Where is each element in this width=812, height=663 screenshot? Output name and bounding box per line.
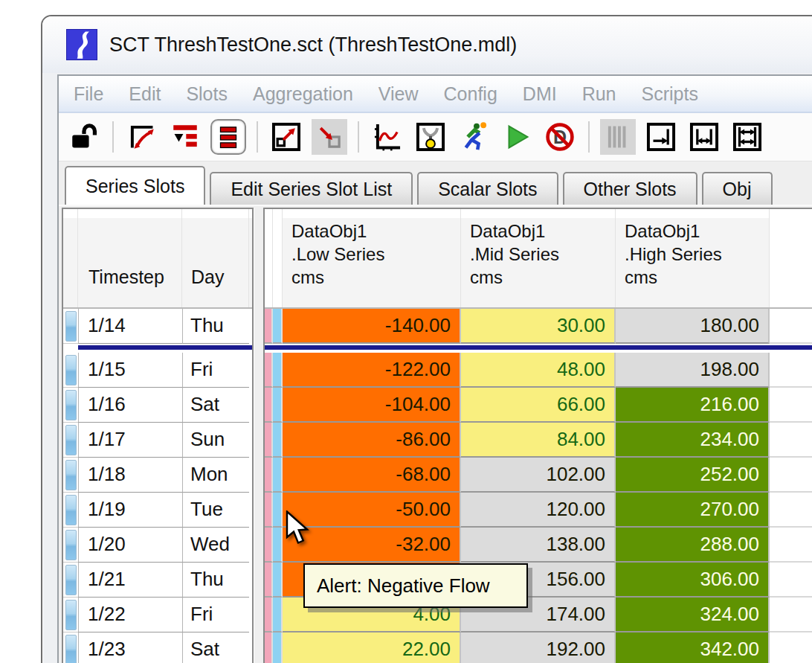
data-cell[interactable]: 306.00 [616, 563, 770, 598]
timestep-cell[interactable]: 1/23 [78, 632, 182, 663]
data-cell[interactable]: -86.00 [283, 423, 461, 458]
data-cell[interactable]: 120.00 [461, 493, 616, 528]
day-cell[interactable]: Sat [182, 388, 249, 423]
data-cell[interactable]: 288.00 [616, 528, 770, 563]
timestep-cell[interactable]: 1/15 [78, 353, 182, 388]
menu-item-dmi[interactable]: DMI [523, 83, 557, 105]
row-marker[interactable] [63, 563, 78, 598]
row-marker[interactable] [63, 632, 78, 663]
data-cell[interactable]: 48.00 [461, 353, 616, 388]
data-cell[interactable]: 270.00 [616, 493, 770, 528]
run-control-icon[interactable] [456, 119, 492, 155]
menu-item-edit[interactable]: Edit [129, 83, 161, 105]
data-cell[interactable]: 216.00 [616, 388, 770, 423]
column-header[interactable]: DataObj1.High Seriescms [616, 209, 770, 307]
tab-edit-series-slot-list[interactable]: Edit Series Slot List [210, 172, 413, 205]
day-cell[interactable]: Sun [182, 423, 249, 458]
fit-column-both-icon[interactable] [686, 119, 722, 155]
table-row[interactable]: -86.0084.00234.00 [265, 423, 812, 458]
table-row[interactable]: 1/21Thu [63, 563, 252, 598]
day-header[interactable]: Day [182, 209, 249, 307]
timestep-cell[interactable]: 1/14 [78, 309, 182, 344]
menu-item-run[interactable]: Run [582, 83, 616, 105]
data-cell[interactable]: -104.00 [283, 388, 461, 423]
data-cell[interactable]: 234.00 [616, 423, 770, 458]
data-cell[interactable]: 138.00 [461, 528, 616, 563]
menu-item-view[interactable]: View [378, 83, 419, 105]
data-cell[interactable]: 180.00 [616, 309, 770, 344]
table-row[interactable]: -122.0048.00198.00 [265, 353, 812, 388]
row-marker[interactable] [63, 388, 78, 423]
day-cell[interactable]: Wed [182, 528, 249, 563]
lock-open-icon[interactable] [66, 119, 102, 155]
menu-item-file[interactable]: File [74, 83, 103, 105]
table-row[interactable]: 1/18Mon [63, 458, 252, 493]
table-row[interactable]: -104.0066.00216.00 [265, 388, 812, 423]
row-marker[interactable] [63, 309, 78, 344]
data-cell[interactable]: 102.00 [461, 458, 616, 493]
table-row[interactable]: -32.00138.00288.00 [265, 528, 812, 563]
timestep-cell[interactable]: 1/18 [78, 458, 182, 493]
diagnostics-off-icon[interactable]: D [542, 119, 578, 155]
data-cell[interactable]: -122.00 [283, 353, 461, 388]
start-run-icon[interactable] [499, 119, 535, 155]
column-header[interactable]: DataObj1.Low Seriescms [283, 209, 461, 307]
fit-column-right-icon[interactable] [643, 119, 679, 155]
column-header[interactable]: DataObj1.Mid Seriescms [461, 209, 616, 307]
series-rows-icon[interactable] [210, 119, 246, 155]
day-cell[interactable]: Thu [182, 309, 249, 344]
menu-item-config[interactable]: Config [444, 83, 497, 105]
table-row[interactable]: 1/17Sun [63, 423, 252, 458]
table-row[interactable]: 1/14Thu [63, 309, 252, 344]
tab-obj[interactable]: Obj [702, 172, 773, 205]
table-row[interactable]: 1/16Sat [63, 388, 252, 423]
row-marker[interactable] [63, 493, 78, 528]
data-cell[interactable]: 22.00 [283, 632, 461, 663]
day-cell[interactable]: Tue [182, 493, 249, 528]
fit-all-columns-icon[interactable] [729, 119, 765, 155]
data-cell[interactable]: 192.00 [461, 632, 616, 663]
data-cell[interactable]: -68.00 [283, 458, 461, 493]
data-cell[interactable]: 324.00 [616, 598, 770, 632]
plot-icon[interactable] [370, 119, 405, 155]
day-cell[interactable]: Mon [182, 458, 249, 493]
timestep-cell[interactable]: 1/22 [78, 598, 182, 632]
row-marker[interactable] [63, 423, 78, 458]
day-cell[interactable]: Fri [182, 598, 249, 632]
table-row[interactable]: -68.00102.00252.00 [265, 458, 812, 493]
timestep-cell[interactable]: 1/17 [78, 423, 182, 458]
table-row[interactable]: 22.00192.00342.00 [265, 632, 812, 663]
timestep-cell[interactable]: 1/19 [78, 493, 182, 528]
table-row[interactable]: -50.00120.00270.00 [265, 493, 812, 528]
timestep-cell[interactable]: 1/20 [78, 528, 182, 563]
table-row[interactable]: 1/19Tue [63, 493, 252, 528]
row-marker[interactable] [63, 458, 78, 493]
data-cell[interactable]: 198.00 [616, 353, 770, 388]
table-row[interactable]: 1/22Fri [63, 598, 252, 632]
tab-other-slots[interactable]: Other Slots [563, 172, 697, 205]
data-cell[interactable]: 84.00 [461, 423, 616, 458]
data-cell[interactable]: 252.00 [616, 458, 770, 493]
tab-series-slots[interactable]: Series Slots [65, 166, 205, 205]
day-cell[interactable]: Sat [182, 632, 249, 663]
menu-item-slots[interactable]: Slots [186, 83, 228, 105]
day-cell[interactable]: Fri [182, 353, 249, 388]
row-marker[interactable] [63, 353, 78, 388]
transpose-icon[interactable] [124, 119, 160, 155]
timestep-header[interactable]: Timestep [78, 209, 182, 307]
row-marker[interactable] [63, 528, 78, 563]
tab-scalar-slots[interactable]: Scalar Slots [417, 172, 558, 205]
table-row[interactable]: -140.0030.00180.00 [265, 309, 812, 344]
row-marker[interactable] [63, 598, 78, 632]
data-cell[interactable]: 66.00 [461, 388, 616, 423]
timestep-cell[interactable]: 1/16 [78, 388, 182, 423]
flag-config-icon[interactable] [413, 119, 448, 155]
timestep-cell[interactable]: 1/21 [78, 563, 182, 598]
day-cell[interactable]: Thu [182, 563, 249, 598]
expand-slot-icon[interactable] [268, 119, 304, 155]
data-cell[interactable]: -140.00 [283, 309, 461, 344]
table-row[interactable]: 1/23Sat [63, 632, 252, 663]
table-row[interactable]: 1/20Wed [63, 528, 252, 563]
data-cell[interactable]: 30.00 [461, 309, 616, 344]
table-row[interactable]: 1/15Fri [63, 353, 252, 388]
